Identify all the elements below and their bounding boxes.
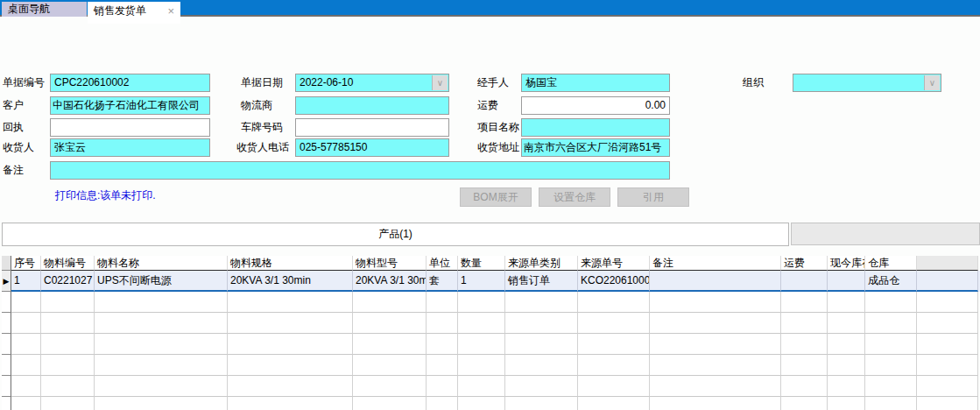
- consignee-phone-field[interactable]: 025-57785150: [295, 138, 449, 157]
- grid-cell-extra[interactable]: [917, 397, 978, 410]
- grid-cell[interactable]: KCO22061000: [578, 271, 650, 292]
- row-selector-cell[interactable]: [2, 292, 11, 313]
- grid-cell[interactable]: [865, 376, 917, 397]
- grid-cell[interactable]: [865, 397, 917, 410]
- grid-cell[interactable]: [427, 376, 458, 397]
- grid-cell[interactable]: [828, 355, 865, 376]
- tab-desktop-nav[interactable]: 桌面导航: [2, 2, 87, 17]
- grid-cell[interactable]: 1: [11, 271, 41, 292]
- grid-cell-extra[interactable]: [917, 292, 978, 313]
- grid-cell[interactable]: [95, 397, 228, 410]
- grid-cell[interactable]: C0221027: [41, 271, 95, 292]
- handler-field[interactable]: 杨国宝: [521, 74, 670, 92]
- grid-cell[interactable]: [650, 355, 781, 376]
- grid-cell[interactable]: [95, 292, 228, 313]
- grid-cell[interactable]: [828, 313, 865, 334]
- grid-cell[interactable]: [228, 334, 353, 355]
- grid-cell[interactable]: [458, 313, 505, 334]
- grid-cell[interactable]: [11, 397, 41, 410]
- grid-cell[interactable]: [828, 334, 865, 355]
- grid-cell[interactable]: [95, 355, 228, 376]
- grid-cell[interactable]: [11, 334, 41, 355]
- grid-cell[interactable]: [578, 376, 650, 397]
- grid-cell-extra[interactable]: [917, 355, 978, 376]
- grid-cell[interactable]: [95, 376, 228, 397]
- grid-cell[interactable]: [353, 355, 427, 376]
- grid-cell[interactable]: [650, 313, 781, 334]
- grid-cell[interactable]: [458, 397, 505, 410]
- grid-cell[interactable]: [781, 271, 828, 292]
- grid-cell[interactable]: [505, 313, 578, 334]
- grid-cell[interactable]: [458, 355, 505, 376]
- grid-cell[interactable]: [650, 334, 781, 355]
- grid-cell[interactable]: [427, 397, 458, 410]
- grid-cell[interactable]: [781, 313, 828, 334]
- grid-cell[interactable]: [41, 334, 95, 355]
- grid-cell[interactable]: [505, 334, 578, 355]
- grid-cell[interactable]: [781, 397, 828, 410]
- grid-cell[interactable]: [505, 397, 578, 410]
- grid-cell[interactable]: [650, 292, 781, 313]
- freight-field[interactable]: 0.00: [521, 96, 670, 115]
- table-row-empty[interactable]: [2, 313, 980, 334]
- grid-cell[interactable]: [11, 376, 41, 397]
- row-selector-cell[interactable]: [2, 334, 11, 355]
- grid-cell[interactable]: [228, 292, 353, 313]
- receipt-field[interactable]: [50, 118, 210, 137]
- grid-cell[interactable]: 成品仓: [865, 271, 917, 292]
- grid-cell[interactable]: [427, 355, 458, 376]
- grid-cell[interactable]: [427, 334, 458, 355]
- table-row-empty[interactable]: [2, 355, 980, 376]
- remark-field[interactable]: [50, 161, 670, 180]
- grid-cell[interactable]: [458, 292, 505, 313]
- grid-cell-extra[interactable]: [917, 334, 978, 355]
- grid-cell[interactable]: [353, 292, 427, 313]
- grid-cell[interactable]: [95, 334, 228, 355]
- grid-cell[interactable]: [41, 355, 95, 376]
- delivery-addr-field[interactable]: 南京市六合区大厂沿河路51号: [521, 138, 670, 157]
- chevron-down-icon[interactable]: ∨: [924, 75, 940, 90]
- grid-cell[interactable]: [781, 334, 828, 355]
- grid-cell[interactable]: [650, 397, 781, 410]
- grid-cell-extra[interactable]: [917, 313, 978, 334]
- grid-cell[interactable]: [865, 313, 917, 334]
- grid-cell[interactable]: [828, 376, 865, 397]
- grid-cell-extra[interactable]: [917, 271, 978, 292]
- grid-cell[interactable]: [505, 292, 578, 313]
- org-field[interactable]: ∨: [793, 74, 941, 92]
- doc-no-field[interactable]: CPC220610002: [50, 74, 210, 92]
- grid-cell[interactable]: [458, 376, 505, 397]
- grid-cell[interactable]: [505, 376, 578, 397]
- row-selector-cell[interactable]: [2, 355, 11, 376]
- grid-cell[interactable]: [781, 376, 828, 397]
- close-icon[interactable]: ×: [167, 3, 174, 20]
- grid-cell[interactable]: 1: [458, 271, 505, 292]
- grid-cell[interactable]: [458, 334, 505, 355]
- logistics-field[interactable]: [295, 96, 449, 115]
- grid-cell[interactable]: [11, 292, 41, 313]
- grid-cell[interactable]: [11, 313, 41, 334]
- grid-cell[interactable]: [828, 292, 865, 313]
- grid-cell[interactable]: 20KVA 3/1 30min: [353, 271, 427, 292]
- row-selector-cell[interactable]: [2, 376, 11, 397]
- grid-cell[interactable]: [41, 313, 95, 334]
- table-row-empty[interactable]: [2, 334, 980, 355]
- customer-field[interactable]: 中国石化扬子石油化工有限公司: [50, 96, 210, 115]
- grid-cell[interactable]: [228, 355, 353, 376]
- grid-cell[interactable]: [865, 292, 917, 313]
- grid-cell-extra[interactable]: [917, 376, 978, 397]
- table-row-empty[interactable]: [2, 292, 980, 313]
- table-row-empty[interactable]: [2, 397, 980, 410]
- chevron-down-icon[interactable]: ∨: [432, 75, 448, 90]
- tab-sales-delivery[interactable]: 销售发货单 ×: [88, 2, 180, 24]
- table-row-selected[interactable]: ▶1C0221027UPS不间断电源20KVA 3/1 30min20KVA 3…: [2, 271, 980, 292]
- grid-cell[interactable]: [578, 355, 650, 376]
- grid-cell[interactable]: [781, 292, 828, 313]
- grid-cell[interactable]: [427, 313, 458, 334]
- grid-cell[interactable]: [11, 355, 41, 376]
- grid-cell[interactable]: [781, 355, 828, 376]
- grid-cell[interactable]: [650, 271, 781, 292]
- grid-cell[interactable]: [353, 334, 427, 355]
- grid-cell[interactable]: [578, 334, 650, 355]
- grid-cell[interactable]: [228, 313, 353, 334]
